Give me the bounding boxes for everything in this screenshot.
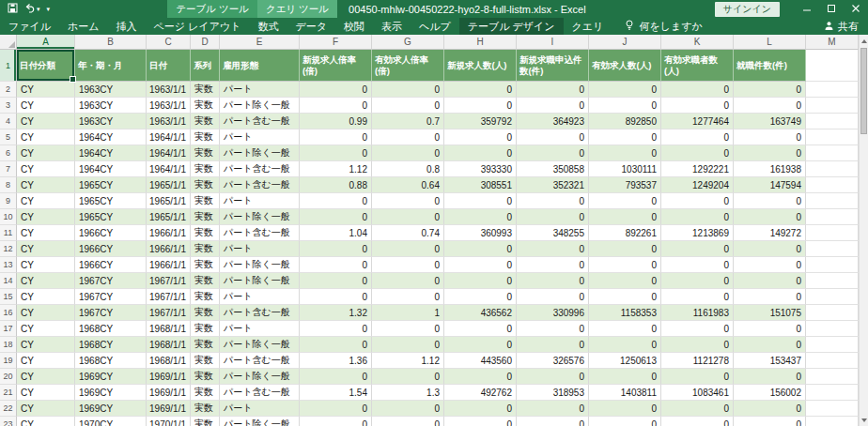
cell-A18[interactable]: CY — [17, 337, 75, 353]
cell-D18[interactable]: 実数 — [191, 337, 220, 353]
cell-B5[interactable]: 1964CY — [75, 129, 147, 145]
cell-H17[interactable]: 0 — [444, 321, 517, 337]
cell-G23[interactable]: 0 — [372, 417, 444, 426]
cell-K4[interactable]: 1277464 — [661, 114, 734, 129]
cell-I23[interactable]: 0 — [517, 417, 589, 426]
cell-L9[interactable]: 0 — [734, 193, 806, 209]
column-header-D[interactable]: D — [191, 35, 220, 50]
cell-I15[interactable]: 0 — [517, 289, 589, 305]
cell-F23[interactable]: 0 — [300, 417, 372, 426]
cell-K3[interactable]: 0 — [661, 98, 734, 114]
header-cell-J1[interactable]: 有効求人数(人) — [589, 50, 661, 82]
cell-G14[interactable]: 0 — [372, 273, 444, 289]
tab-help[interactable]: ヘルプ — [411, 18, 459, 35]
cell-H5[interactable]: 0 — [444, 129, 517, 145]
cell-K10[interactable]: 0 — [661, 209, 734, 225]
cell-A13[interactable]: CY — [17, 257, 75, 273]
cell-J20[interactable]: 0 — [589, 369, 661, 385]
row-header-3[interactable]: 3 — [0, 98, 17, 114]
cell-E13[interactable]: パート除く一般 — [220, 257, 300, 273]
tab-query[interactable]: クエリ — [564, 18, 612, 35]
cell-C21[interactable]: 1969/1/1 — [147, 385, 191, 401]
header-cell-G1[interactable]: 有効求人倍率(倍) — [372, 50, 444, 82]
cell-F14[interactable]: 0 — [300, 273, 372, 289]
cell-C10[interactable]: 1965/1/1 — [147, 209, 191, 225]
cell-G6[interactable]: 0 — [372, 145, 444, 161]
sign-in-button[interactable]: サインイン — [715, 2, 780, 17]
cell-F3[interactable]: 0 — [300, 98, 372, 114]
cell-C17[interactable]: 1968/1/1 — [147, 321, 191, 337]
cell-M5[interactable] — [806, 129, 859, 145]
cell-E12[interactable]: パート — [220, 241, 300, 257]
cell-I16[interactable]: 330996 — [517, 305, 589, 321]
cell-E2[interactable]: パート — [220, 82, 300, 98]
cell-I22[interactable]: 0 — [517, 401, 589, 417]
cell-F5[interactable]: 0 — [300, 129, 372, 145]
cell-L22[interactable]: 0 — [734, 401, 806, 417]
cell-C3[interactable]: 1963/1/1 — [147, 98, 191, 114]
cell-B15[interactable]: 1967CY — [75, 289, 147, 305]
cell-K12[interactable]: 0 — [661, 241, 734, 257]
column-header-E[interactable]: E — [220, 35, 300, 50]
cell-H14[interactable]: 0 — [444, 273, 517, 289]
cell-H4[interactable]: 359792 — [444, 114, 517, 129]
row-header-19[interactable]: 19 — [0, 353, 17, 369]
cell-M13[interactable] — [806, 257, 859, 273]
cell-M2[interactable] — [806, 82, 859, 98]
scrollbar-thumb[interactable] — [860, 48, 867, 134]
cell-E11[interactable]: パート含む一般 — [220, 225, 300, 241]
header-cell-E1[interactable]: 雇用形態 — [220, 50, 300, 82]
cell-A3[interactable]: CY — [17, 98, 75, 114]
cell-F4[interactable]: 0.99 — [300, 114, 372, 129]
cell-A6[interactable]: CY — [17, 145, 75, 161]
cell-E14[interactable]: パート除く一般 — [220, 273, 300, 289]
cell-J6[interactable]: 0 — [589, 145, 661, 161]
cell-C15[interactable]: 1967/1/1 — [147, 289, 191, 305]
cell-G15[interactable]: 0 — [372, 289, 444, 305]
cell-E22[interactable]: パート — [220, 401, 300, 417]
row-header-15[interactable]: 15 — [0, 289, 17, 305]
cell-G18[interactable]: 0 — [372, 337, 444, 353]
cell-F19[interactable]: 1.36 — [300, 353, 372, 369]
cell-C14[interactable]: 1967/1/1 — [147, 273, 191, 289]
cell-J10[interactable]: 0 — [589, 209, 661, 225]
cell-L20[interactable]: 0 — [734, 369, 806, 385]
column-header-H[interactable]: H — [444, 35, 517, 50]
tab-formulas[interactable]: 数式 — [249, 18, 287, 35]
cell-A19[interactable]: CY — [17, 353, 75, 369]
cell-H3[interactable]: 0 — [444, 98, 517, 114]
cell-J23[interactable]: 0 — [589, 417, 661, 426]
cell-D8[interactable]: 実数 — [191, 177, 220, 193]
select-all-button[interactable] — [0, 35, 17, 50]
cell-A2[interactable]: CY — [17, 82, 75, 98]
cell-L17[interactable]: 0 — [734, 321, 806, 337]
cell-M6[interactable] — [806, 145, 859, 161]
cell-E3[interactable]: パート除く一般 — [220, 98, 300, 114]
cell-K21[interactable]: 1083461 — [661, 385, 734, 401]
cell-H6[interactable]: 0 — [444, 145, 517, 161]
header-cell-B1[interactable]: 年・期・月 — [75, 50, 147, 82]
cell-G9[interactable]: 0 — [372, 193, 444, 209]
cell-E7[interactable]: パート含む一般 — [220, 161, 300, 177]
column-header-I[interactable]: I — [517, 35, 589, 50]
cell-K8[interactable]: 1249204 — [661, 177, 734, 193]
cell-C16[interactable]: 1967/1/1 — [147, 305, 191, 321]
cell-J8[interactable]: 793537 — [589, 177, 661, 193]
cell-B8[interactable]: 1965CY — [75, 177, 147, 193]
cell-H15[interactable]: 0 — [444, 289, 517, 305]
cell-J5[interactable]: 0 — [589, 129, 661, 145]
cell-G21[interactable]: 1.3 — [372, 385, 444, 401]
cell-H18[interactable]: 0 — [444, 337, 517, 353]
cell-K5[interactable]: 0 — [661, 129, 734, 145]
cell-F20[interactable]: 0 — [300, 369, 372, 385]
cell-C9[interactable]: 1965/1/1 — [147, 193, 191, 209]
cell-I6[interactable]: 0 — [517, 145, 589, 161]
row-header-17[interactable]: 17 — [0, 321, 17, 337]
cell-C18[interactable]: 1968/1/1 — [147, 337, 191, 353]
cell-D11[interactable]: 実数 — [191, 225, 220, 241]
cell-M4[interactable] — [806, 114, 859, 129]
cell-B17[interactable]: 1968CY — [75, 321, 147, 337]
cell-B14[interactable]: 1967CY — [75, 273, 147, 289]
cell-F11[interactable]: 1.04 — [300, 225, 372, 241]
cell-B18[interactable]: 1968CY — [75, 337, 147, 353]
